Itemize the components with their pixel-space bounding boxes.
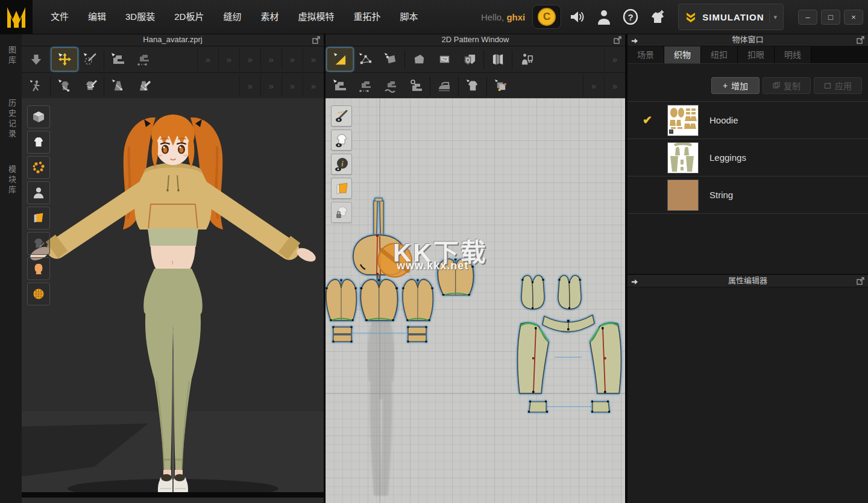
show-garment-toggle[interactable] (27, 131, 50, 154)
iron-tool[interactable] (432, 75, 457, 97)
render-style-toggle[interactable] (27, 105, 50, 128)
tab-library[interactable]: 图库 (6, 46, 17, 66)
simulation-button[interactable]: SIMULATION ▾ (678, 4, 784, 30)
collapse-panel-icon[interactable] (631, 36, 638, 47)
sewing-edit-tool[interactable] (105, 48, 131, 70)
menu-material[interactable]: 素材 (251, 0, 288, 34)
tab-module-library[interactable]: 模块库 (6, 165, 17, 196)
pattern-2d-canvas[interactable]: KK下载 www.kkx.net (326, 98, 625, 503)
collapse-panel-icon[interactable] (631, 277, 638, 288)
account-button[interactable] (594, 5, 614, 28)
tab-topstitch[interactable]: 明线 (775, 46, 811, 63)
simulation-dropdown[interactable]: ▾ (769, 11, 777, 23)
overflow-group-5[interactable]: » (281, 48, 303, 70)
tab-button[interactable]: 纽扣 (701, 46, 738, 63)
sync-avatar-pattern-tool[interactable] (514, 48, 539, 70)
maximize-button[interactable]: □ (821, 10, 840, 25)
property-editor-content (627, 287, 868, 503)
copy-fabric-button[interactable]: 复制 (763, 77, 811, 94)
overflow-group-3[interactable]: » (239, 48, 260, 70)
menu-script[interactable]: 脚本 (390, 0, 427, 34)
show-fabric-2d-toggle[interactable] (331, 178, 352, 199)
edit-point-tool[interactable] (353, 48, 378, 70)
move-tool-selected[interactable] (52, 48, 77, 70)
credits-button[interactable]: C (532, 5, 561, 29)
apply-fabric-button[interactable]: 应用 (814, 77, 862, 94)
fabric-row-hoodie[interactable]: ✔ Hoodie (627, 102, 868, 139)
dress-knife-tool[interactable] (131, 75, 156, 97)
account-greeting: Hello, ghxi (481, 12, 525, 22)
overflow-group-6[interactable]: » (303, 48, 324, 70)
overflow-2d-1[interactable]: » (604, 48, 625, 70)
minimize-button[interactable]: – (798, 10, 817, 25)
grading-tool[interactable] (488, 75, 514, 97)
fabric-row-leggings[interactable]: Leggings (627, 139, 868, 177)
show-wireframe-toggle[interactable] (27, 283, 50, 305)
sound-button[interactable] (567, 5, 588, 28)
menu-2d-pattern[interactable]: 2D板片 (165, 0, 213, 34)
rectangle-tool[interactable] (432, 48, 457, 70)
detail-sewing-tool[interactable] (403, 75, 429, 97)
viewport-3d-canvas[interactable] (22, 98, 324, 498)
menu-sewing[interactable]: 缝纫 (213, 0, 251, 34)
show-particle-toggle[interactable] (27, 156, 50, 179)
transform-pattern-tool-selected[interactable] (327, 48, 353, 70)
overflow-group-9[interactable]: » (281, 75, 303, 97)
avatar-pattern-icon (520, 52, 533, 66)
overflow-group-7[interactable]: » (239, 75, 260, 97)
tab-history[interactable]: 历史记录 (6, 99, 17, 140)
pop-out-icon[interactable] (614, 36, 621, 46)
overflow-group-10[interactable]: » (303, 75, 324, 97)
transform-triangle-icon (333, 52, 347, 66)
edit-pattern-tool[interactable] (378, 48, 403, 70)
sewing-segment-tool[interactable] (131, 48, 156, 70)
edit-curvature-tool[interactable] (77, 48, 102, 70)
add-garment-button[interactable] (647, 5, 667, 28)
polygon-tool[interactable] (406, 48, 432, 70)
free-sewing-tool[interactable] (353, 75, 378, 97)
show-info-toggle[interactable]: i (331, 154, 352, 175)
app-logo[interactable] (0, 0, 33, 34)
overflow-group-2[interactable]: » (218, 48, 239, 70)
show-fabric-toggle[interactable] (27, 207, 50, 230)
menu-file[interactable]: 文件 (41, 0, 78, 34)
tab-buttonhole[interactable]: 扣眼 (738, 46, 775, 63)
garment-2d-tool[interactable] (460, 75, 485, 97)
close-button[interactable]: × (844, 10, 863, 25)
menu-avatar[interactable]: 虚拟模特 (288, 0, 344, 34)
pop-out-icon[interactable] (857, 36, 864, 46)
add-fabric-button[interactable]: + 增加 (711, 77, 760, 94)
project-title: Hana_avatar.zprj (22, 34, 324, 46)
segment-sewing-tool[interactable] (327, 75, 353, 97)
fold-arrangement-tool[interactable] (485, 48, 511, 70)
show-avatar-toggle[interactable] (27, 181, 50, 204)
dress-curve-tool[interactable] (105, 75, 131, 97)
menu-3d-garment[interactable]: 3D服装 (116, 0, 165, 34)
mn-sewing-tool[interactable] (378, 75, 403, 97)
show-garment-2d-toggle[interactable] (331, 130, 352, 151)
help-button[interactable]: ? (620, 5, 641, 28)
show-avatar-skin-toggle[interactable] (27, 257, 50, 280)
menu-edit[interactable]: 编辑 (78, 0, 116, 34)
overflow-2d-3[interactable]: » (604, 75, 625, 97)
tab-fabric[interactable]: 织物 (664, 46, 701, 63)
particle-cluster-icon (32, 161, 45, 174)
pop-out-icon[interactable] (857, 276, 864, 287)
fabric-row-string[interactable]: String (627, 177, 868, 214)
overflow-group-8[interactable]: » (260, 75, 281, 97)
tab-scene[interactable]: 场景 (627, 46, 664, 63)
show-stitch-toggle[interactable] (331, 105, 352, 127)
menu-retopology[interactable]: 重拓扑 (344, 0, 390, 34)
dart-tool[interactable] (457, 48, 482, 70)
lock-pattern-toggle[interactable] (331, 202, 352, 223)
garment-fit-curve-tool[interactable] (52, 75, 77, 97)
overflow-group-4[interactable]: » (260, 48, 281, 70)
overflow-group-1[interactable]: » (197, 48, 218, 70)
avatar-pose-tool[interactable] (24, 75, 49, 97)
garment-pen-tool[interactable] (77, 75, 102, 97)
cube-icon (32, 110, 45, 123)
gizmo-mode-tool[interactable] (24, 48, 49, 70)
pop-out-icon[interactable] (312, 36, 320, 46)
overflow-2d-2[interactable]: » (583, 75, 604, 97)
show-hidden-garment-toggle[interactable] (27, 232, 50, 255)
